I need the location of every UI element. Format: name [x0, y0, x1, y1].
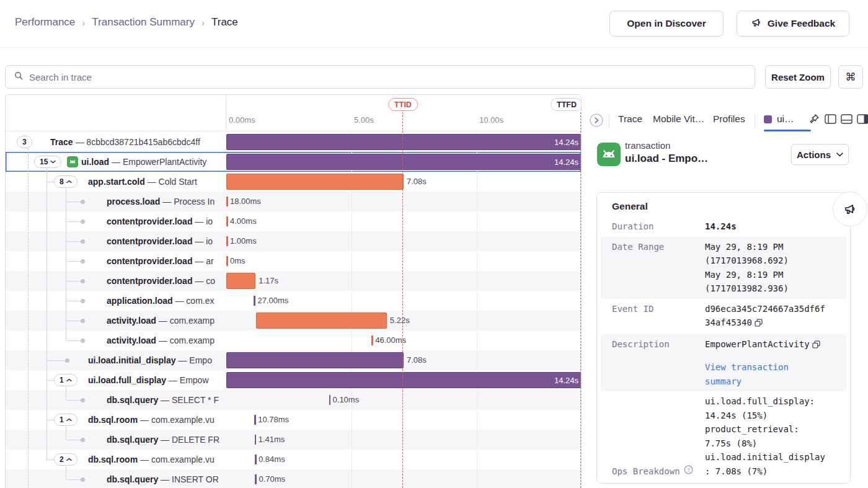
span-count-badge[interactable]: 1: [54, 414, 78, 426]
help-icon[interactable]: ?: [684, 464, 693, 479]
trace-waterfall: 3Trace — 8cbbcd38721b415ab6cbdc4ff14.24s…: [5, 94, 582, 488]
span-count-badge[interactable]: 3: [17, 136, 32, 148]
tab-mobile-vitals[interactable]: Mobile Vit…: [653, 113, 704, 125]
span-label: activity.load — com.examp: [107, 331, 215, 350]
span-duration: 1.41ms: [259, 430, 285, 450]
span-row-ui.load.full_display[interactable]: 1ui.load.full_display — Empow14.24s: [6, 370, 581, 390]
span-tick[interactable]: [226, 256, 228, 266]
tab-ui-load-active[interactable]: ui…: [764, 113, 794, 125]
open-in-discover-button[interactable]: Open in Discover: [609, 11, 724, 37]
span-row-contentprovider.load[interactable]: contentprovider.load — io1.00ms: [6, 231, 581, 251]
tab-profiles[interactable]: Profiles: [713, 113, 745, 125]
span-bar[interactable]: [256, 313, 387, 329]
tab-trace[interactable]: Trace: [618, 113, 642, 125]
details-tab-bar: Trace Mobile Vit… Profiles ui…: [582, 110, 868, 131]
span-name-cell: activity.load — com.examp: [6, 331, 226, 350]
span-count-badge[interactable]: 1: [54, 374, 78, 386]
span-bar[interactable]: 14.24s: [226, 154, 582, 170]
span-label: db.sql.query — INSERT OR: [107, 469, 219, 488]
span-row-ui.load.initial_display[interactable]: ui.load.initial_display — Empo7.08s: [6, 350, 581, 370]
tree-dot: [81, 398, 85, 402]
span-bar[interactable]: [226, 273, 255, 289]
layout-right-icon[interactable]: [857, 114, 868, 126]
span-tick[interactable]: [371, 335, 373, 345]
span-count-badge[interactable]: 2: [54, 453, 78, 466]
megaphone-icon: [843, 203, 857, 216]
duration-row: Duration 14.24s: [601, 216, 846, 237]
collapse-panel-icon[interactable]: [589, 113, 604, 130]
span-count-badge[interactable]: 15: [34, 156, 61, 168]
span-row-db.sql.query[interactable]: db.sql.query — DELETE FR1.41ms: [6, 430, 581, 450]
actions-button[interactable]: Actions: [791, 144, 849, 165]
span-row-application.load[interactable]: application.load — com.ex27.00ms: [6, 291, 581, 311]
copy-icon[interactable]: [755, 317, 763, 331]
span-tick[interactable]: [255, 455, 257, 464]
span-tick[interactable]: [329, 395, 331, 405]
span-bar[interactable]: [226, 174, 404, 190]
span-name-cell: 15ui.load — EmpowerPlantActivity: [6, 152, 226, 172]
span-duration: 14.24s: [554, 157, 582, 167]
active-tab-underline: [764, 130, 811, 131]
layout-bottom-icon[interactable]: [841, 114, 852, 126]
span-tick[interactable]: [226, 197, 228, 206]
span-row-db.sql.query[interactable]: db.sql.query — SELECT * F0.10ms: [6, 390, 581, 410]
transaction-header: transaction ui.load - Empo… Actions: [582, 140, 868, 177]
shortcuts-button[interactable]: ⌘: [838, 65, 863, 89]
span-count-badge[interactable]: 8: [54, 175, 78, 188]
pin-tab-icon[interactable]: [808, 113, 820, 127]
breadcrumb-trace: Trace: [211, 16, 238, 29]
tree-dot: [81, 438, 85, 442]
span-row-db.sql.query[interactable]: db.sql.query — INSERT OR0.70ms: [6, 469, 581, 488]
span-tick[interactable]: [254, 296, 255, 306]
span-row-contentprovider.load[interactable]: contentprovider.load — io4.00ms: [6, 211, 581, 231]
span-tick[interactable]: [255, 474, 257, 484]
span-tick[interactable]: [254, 415, 256, 425]
span-name-cell: contentprovider.load — io: [6, 211, 226, 231]
copy-icon[interactable]: [812, 339, 820, 353]
span-bar[interactable]: 14.24s: [226, 134, 582, 150]
breadcrumb-performance[interactable]: Performance: [15, 16, 75, 29]
span-row-db.sql.room[interactable]: 1db.sql.room — com.example.vu10.78ms: [6, 410, 581, 430]
give-feedback-button[interactable]: Give Feedback: [737, 11, 849, 37]
ttid-marker-badge[interactable]: TTID: [388, 98, 418, 111]
ops-breakdown-value: ui.load.full_display: 14.24s (15%) produ…: [705, 394, 826, 478]
span-name-cell: db.sql.query — DELETE FR: [6, 430, 226, 450]
span-label: db.sql.room — com.example.vu: [88, 450, 215, 469]
span-row-activity.load[interactable]: activity.load — com.examp5.22s: [6, 311, 581, 331]
description-text: EmpowerPlantActivity: [705, 339, 810, 349]
search-input[interactable]: Search in trace: [5, 65, 755, 89]
date-start-epoch: (1717013968.692): [705, 255, 789, 265]
span-name-cell: 3Trace — 8cbbcd38721b415ab6cbdc4ff: [6, 132, 226, 152]
span-label: db.sql.query — DELETE FR: [107, 430, 219, 450]
span-name-cell: db.sql.query — SELECT * F: [6, 390, 226, 410]
span-duration: 0ms: [230, 251, 246, 271]
date-range-value: May 29, 8:19 PM (1717013968.692) May 29,…: [705, 240, 826, 296]
span-row-activity.load[interactable]: activity.load — com.examp46.00ms: [6, 331, 581, 350]
span-tick[interactable]: [255, 435, 257, 445]
description-key: Description: [612, 337, 705, 352]
span-row-contentprovider.load[interactable]: contentprovider.load — ar0ms: [6, 251, 581, 271]
svg-text:?: ?: [687, 466, 690, 472]
span-duration: 10.78ms: [258, 410, 289, 430]
span-row-db.sql.room[interactable]: 2db.sql.room — com.example.vu0.84ms: [6, 450, 581, 469]
floating-feedback-button[interactable]: [833, 192, 867, 226]
general-section-title: General: [612, 201, 648, 212]
span-label: Trace — 8cbbcd38721b415ab6cbdc4ff: [50, 132, 200, 152]
span-row-app.start.cold[interactable]: 8app.start.cold — Cold Start7.08s: [6, 172, 581, 192]
view-transaction-summary-link[interactable]: View transaction summary: [705, 360, 826, 388]
description-row: Description EmpowerPlantActivity View tr…: [601, 334, 846, 392]
span-bar[interactable]: 14.24s: [226, 372, 582, 388]
span-tick[interactable]: [226, 216, 228, 226]
span-tick[interactable]: [226, 236, 228, 246]
span-row-ui.load[interactable]: 15ui.load — EmpowerPlantActivity14.24s: [6, 152, 581, 172]
span-row-process.load[interactable]: process.load — Process In18.00ms: [6, 192, 581, 211]
span-duration: 27.00ms: [257, 291, 288, 311]
breadcrumb-transaction-summary[interactable]: Transaction Summary: [92, 16, 195, 29]
span-row-Trace[interactable]: 3Trace — 8cbbcd38721b415ab6cbdc4ff14.24s: [6, 132, 581, 152]
layout-left-icon[interactable]: [825, 114, 836, 126]
ttfd-marker-badge[interactable]: TTFD: [551, 98, 582, 111]
reset-zoom-button[interactable]: Reset Zoom: [765, 65, 831, 89]
span-bar[interactable]: [226, 352, 404, 368]
span-row-contentprovider.load[interactable]: contentprovider.load — co1.17s: [6, 271, 581, 291]
ops-entry: ui.load.initial_display: 7.08s (7%): [705, 452, 825, 476]
